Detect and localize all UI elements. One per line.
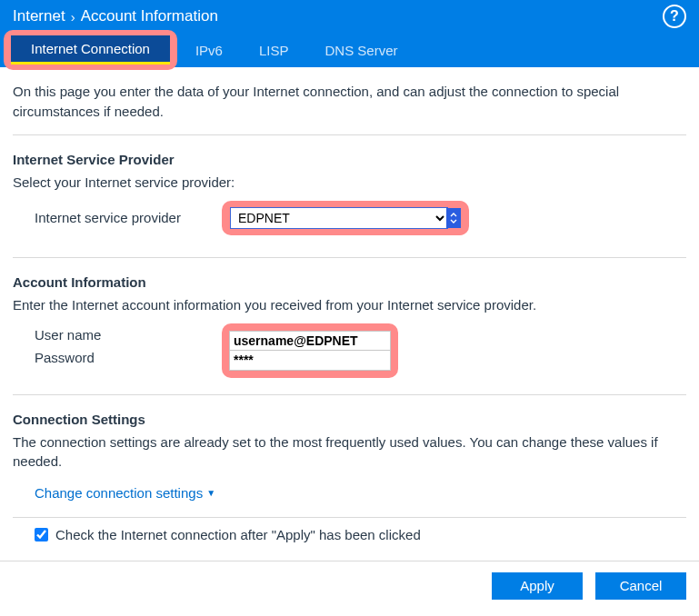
page-header: Internet › Account Information ? <box>0 0 699 33</box>
page-intro: On this page you enter the data of your … <box>13 82 686 122</box>
password-label: Password <box>35 347 222 369</box>
conn-section-subtitle: The connection settings are already set … <box>13 432 686 471</box>
conn-section-title: Connection Settings <box>13 412 686 427</box>
check-connection-label: Check the Internet connection after "App… <box>55 527 421 542</box>
account-section-subtitle: Enter the Internet account information y… <box>13 295 686 314</box>
password-input[interactable] <box>229 351 391 371</box>
check-connection-checkbox[interactable] <box>35 528 48 541</box>
tab-lisp[interactable]: LISP <box>241 37 307 64</box>
chevron-right-icon: › <box>71 9 75 25</box>
select-toggle-icon[interactable] <box>446 208 461 228</box>
isp-section-title: Internet Service Provider <box>13 152 686 167</box>
help-icon[interactable]: ? <box>663 5 686 28</box>
isp-section-subtitle: Select your Internet service provider: <box>13 173 686 192</box>
tab-internet-connection[interactable]: Internet Connection <box>11 35 170 65</box>
tab-bar: Internet Connection IPv6 LISP DNS Server <box>0 33 699 67</box>
footer-actions: Apply Cancel <box>0 561 699 612</box>
username-label: User name <box>35 323 222 347</box>
cancel-button[interactable]: Cancel <box>595 572 686 600</box>
apply-button[interactable]: Apply <box>492 572 583 600</box>
change-connection-settings-link[interactable]: Change connection settings ▼ <box>13 485 215 501</box>
account-section-title: Account Information <box>13 274 686 290</box>
highlight-box: Internet Connection <box>4 30 177 70</box>
highlight-box: EDPNET <box>222 201 469 235</box>
divider <box>13 394 686 395</box>
content-area: On this page you enter the data of your … <box>0 67 699 561</box>
link-text: Change connection settings <box>35 485 203 501</box>
isp-select[interactable]: EDPNET <box>230 207 448 229</box>
tab-ipv6[interactable]: IPv6 <box>177 37 241 64</box>
caret-down-icon: ▼ <box>206 488 215 498</box>
isp-label: Internet service provider <box>13 210 222 225</box>
divider <box>13 134 686 135</box>
breadcrumb-page: Account Information <box>81 7 218 25</box>
highlight-box <box>222 323 398 378</box>
divider <box>13 257 686 258</box>
breadcrumb-root[interactable]: Internet <box>13 7 65 25</box>
username-input[interactable] <box>229 331 391 351</box>
tab-dns-server[interactable]: DNS Server <box>306 37 415 64</box>
breadcrumb: Internet › Account Information <box>13 7 218 25</box>
